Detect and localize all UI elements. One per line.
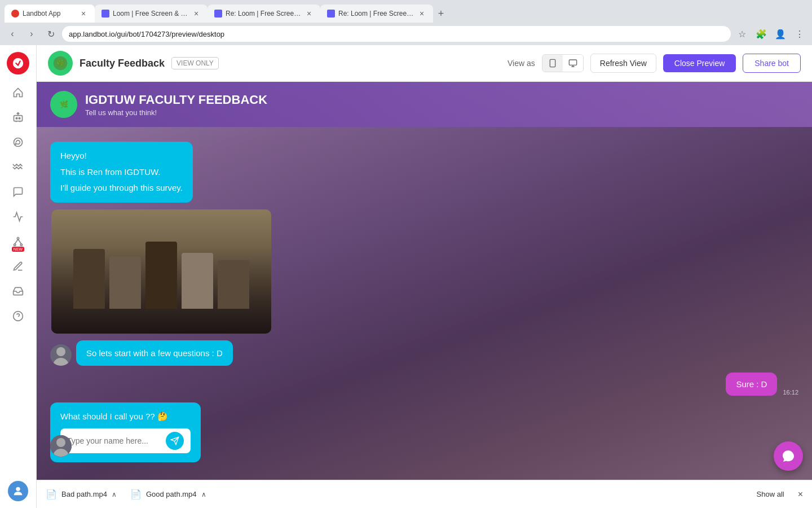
bot-name: Faculty Feedback — [80, 58, 165, 69]
browser-frame: Landbot App × Loom | Free Screen & Video… — [0, 0, 812, 45]
svg-point-0 — [13, 58, 23, 68]
reload-button[interactable]: ↻ — [43, 26, 59, 42]
what-call-question: What should I call you ?? 🤔 — [60, 411, 168, 421]
bookmark-icon[interactable]: ☆ — [734, 26, 750, 42]
user-message-row: Sure : D 16:12 — [726, 373, 798, 396]
sidebar — [0, 45, 37, 508]
tab-loom2[interactable]: Re: Loom | Free Screen & Vide... × — [208, 5, 320, 23]
graduation-image — [51, 209, 271, 334]
message-time: 16:12 — [783, 389, 798, 396]
desktop-view-button[interactable] — [563, 55, 583, 72]
download-bar: 📄 Bad path.mp4 ∧ 📄 Good path.mp4 ∧ Show … — [37, 480, 812, 508]
svg-point-5 — [14, 138, 23, 147]
share-bot-button[interactable]: Share bot — [743, 54, 801, 73]
back-button[interactable]: ‹ — [5, 26, 20, 42]
address-bar: ‹ › ↻ app.landbot.io/gui/bot/1704273/pre… — [0, 23, 812, 45]
download-item-good: 📄 Good path.mp4 ∧ — [130, 489, 206, 500]
svg-line-10 — [18, 239, 21, 244]
tab-label-landbot: Landbot App — [23, 10, 76, 17]
download-item-bad: 📄 Bad path.mp4 ∧ — [46, 489, 117, 500]
svg-text:🌿: 🌿 — [60, 100, 69, 109]
tab-close-loom3[interactable]: × — [417, 9, 426, 18]
view-toggle — [542, 54, 584, 72]
tab-bar: Landbot App × Loom | Free Screen & Video… — [0, 0, 812, 23]
content-area: 🌿 Faculty Feedback VIEW ONLY View as Ref… — [37, 45, 812, 508]
show-all-link[interactable]: Show all — [757, 490, 784, 498]
extensions-icon[interactable]: 🧩 — [753, 26, 769, 42]
chat-header-title: IGDTUW FACULTY FEEDBACK — [85, 93, 267, 107]
chat-header-text: IGDTUW FACULTY FEEDBACK Tell us what you… — [85, 93, 267, 117]
tab-close-loom2[interactable]: × — [304, 9, 314, 18]
sidebar-item-analytics[interactable] — [7, 205, 29, 228]
app-layout: 🌿 Faculty Feedback VIEW ONLY View as Ref… — [0, 45, 812, 508]
preview-header: 🌿 Faculty Feedback VIEW ONLY View as Ref… — [37, 45, 812, 82]
download-arrow-bad[interactable]: ∧ — [112, 491, 117, 498]
sidebar-item-whatsapp[interactable] — [7, 131, 29, 154]
sidebar-item-signals[interactable] — [7, 156, 29, 178]
bot-message-intro: Heyyo! This is Ren from IGDTUW. I'll gui… — [50, 142, 193, 203]
sidebar-item-design[interactable] — [7, 255, 29, 278]
view-only-badge: VIEW ONLY — [171, 57, 219, 69]
file-icon-bad: 📄 — [46, 489, 57, 500]
url-text: app.landbot.io/gui/bot/1704273/preview/d… — [69, 30, 224, 38]
download-bar-close[interactable]: × — [798, 489, 803, 500]
refresh-view-button[interactable]: Refresh View — [590, 54, 656, 73]
svg-point-3 — [19, 117, 20, 119]
tab-label-loom3: Re: Loom | Free Screen & Vide... — [338, 10, 414, 17]
tab-landbot[interactable]: Landbot App × — [5, 5, 95, 23]
close-preview-button[interactable]: Close Preview — [663, 54, 736, 72]
sidebar-item-bots[interactable] — [7, 106, 29, 129]
svg-point-4 — [17, 113, 19, 114]
svg-text:🌿: 🌿 — [56, 59, 65, 68]
tab-close-landbot[interactable]: × — [79, 9, 88, 18]
tab-favicon-loom3 — [327, 10, 335, 17]
bot-avatar-row-2 — [50, 435, 798, 457]
chat-header-banner: 🌿 IGDTUW FACULTY FEEDBACK Tell us what y… — [37, 82, 812, 127]
sidebar-item-chat[interactable] — [7, 181, 29, 203]
tab-loom1[interactable]: Loom | Free Screen & Video Re... × — [95, 5, 208, 23]
url-bar[interactable]: app.landbot.io/gui/bot/1704273/preview/d… — [62, 26, 731, 42]
tab-favicon-landbot — [11, 10, 19, 17]
tab-close-loom1[interactable]: × — [192, 9, 201, 18]
sidebar-item-inbox[interactable] — [7, 280, 29, 303]
tab-favicon-loom1 — [102, 10, 109, 17]
svg-point-2 — [16, 117, 17, 119]
chat-area: 🌿 IGDTUW FACULTY FEEDBACK Tell us what y… — [37, 82, 812, 480]
svg-point-6 — [17, 238, 19, 239]
new-tab-button[interactable]: + — [433, 6, 449, 21]
download-arrow-good[interactable]: ∧ — [201, 491, 206, 498]
file-icon-good: 📄 — [130, 489, 142, 500]
start-questions-text: So lets start with a few questions : D — [86, 348, 223, 358]
user-message-sure: Sure : D — [726, 373, 777, 396]
sidebar-item-home[interactable] — [7, 81, 29, 104]
sidebar-logo[interactable] — [7, 52, 29, 75]
download-name-bad: Bad path.mp4 — [61, 490, 107, 498]
svg-point-13 — [16, 487, 20, 491]
mobile-view-button[interactable] — [542, 55, 563, 72]
sidebar-item-integrations[interactable] — [7, 230, 29, 253]
tab-label-loom2: Re: Loom | Free Screen & Vide... — [226, 10, 301, 17]
svg-point-24 — [56, 347, 65, 356]
floating-chat-button[interactable] — [774, 441, 803, 471]
svg-line-9 — [15, 239, 18, 244]
svg-point-8 — [20, 244, 22, 246]
sidebar-item-help[interactable] — [7, 305, 29, 327]
tab-loom3[interactable]: Re: Loom | Free Screen & Vide... × — [320, 5, 433, 23]
view-as-label: View as — [508, 59, 535, 68]
what-call-text: What should I call you ?? 🤔 — [60, 411, 191, 422]
tab-label-loom1: Loom | Free Screen & Video Re... — [113, 10, 188, 17]
bot-avatar: 🌿 — [48, 51, 73, 76]
messages-container[interactable]: Heyyo! This is Ren from IGDTUW. I'll gui… — [37, 133, 812, 480]
tab-favicon-loom2 — [214, 10, 222, 17]
forward-button[interactable]: › — [24, 26, 39, 42]
start-questions-message: So lets start with a few questions : D — [76, 340, 233, 366]
svg-point-7 — [14, 244, 16, 246]
grad-figures — [73, 234, 249, 309]
profile-icon[interactable]: 👤 — [773, 26, 788, 42]
intro-line-2: This is Ren from IGDTUW. — [60, 166, 183, 179]
start-questions-row: So lets start with a few questions : D — [50, 340, 798, 366]
download-name-good: Good path.mp4 — [146, 490, 197, 498]
user-message-text: Sure : D — [736, 379, 767, 389]
menu-icon[interactable]: ⋮ — [792, 26, 807, 42]
sidebar-user-avatar[interactable] — [8, 481, 28, 501]
